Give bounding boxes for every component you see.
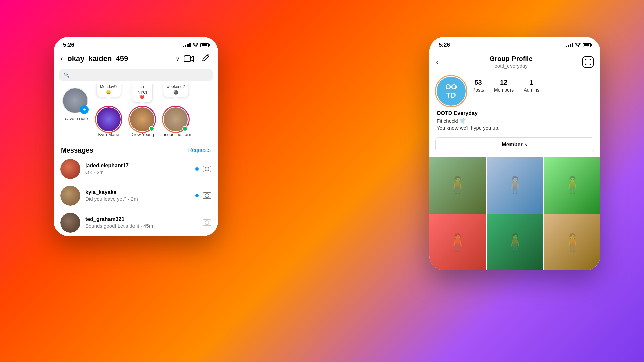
camera-button-kyia[interactable] <box>203 192 211 199</box>
story-ring-inner-kyra <box>96 107 121 132</box>
photo-person-4: 🧍 <box>429 214 486 271</box>
message-item-jaded[interactable]: jaded.elephant17 OK · 2m <box>54 156 218 182</box>
preview-jaded: OK · 2m <box>85 169 191 175</box>
msg-actions-kyia <box>195 192 211 199</box>
battery-icon <box>200 43 209 47</box>
add-to-group-button[interactable] <box>582 56 594 68</box>
right-phone: 5:26 ‹ Group Profile ootd_everyday <box>429 37 600 270</box>
jacq-avatar-wrap <box>163 107 189 132</box>
msg-actions-ted <box>203 219 211 226</box>
group-back-button[interactable]: ‹ <box>436 58 438 66</box>
group-title-wrap: Group Profile ootd_everyday <box>440 55 582 69</box>
left-phone: 5:26 ‹ okay_kaiden_459 ∨ <box>54 37 218 236</box>
photo-cell-5[interactable]: 🧍 <box>487 214 543 271</box>
story-kyra[interactable]: Why is tomorrow Monday!? 😩 Kyra Marie <box>92 88 125 137</box>
online-indicator-jacq <box>182 126 188 131</box>
members-label: Members <box>494 87 514 93</box>
message-item-kyia[interactable]: kyia_kayaks Did you leave yet? · 2m <box>54 182 218 209</box>
story-row: + Leave a note Why is tomorrow Monday!? … <box>54 84 218 143</box>
chat-header: ‹ okay_kaiden_459 ∨ <box>54 50 218 69</box>
admins-count: 1 <box>524 79 539 86</box>
stats-grid: 53 Posts 12 Members 1 Admins <box>472 79 539 93</box>
photo-person-1: 🧍 <box>429 157 486 214</box>
username-jaded: jaded.elephant17 <box>85 163 191 169</box>
photo-cell-2[interactable]: 🧍 <box>487 157 543 214</box>
edit-button[interactable] <box>200 53 211 64</box>
status-bar-right: 5:26 <box>429 37 600 50</box>
group-stats: OOTD 53 Posts 12 Members 1 Admins <box>429 72 600 109</box>
photo-person-5: 🧍 <box>487 214 543 271</box>
story-ring-kyra <box>95 106 122 133</box>
story-leave-note[interactable]: + Leave a note <box>58 88 92 121</box>
signal-icon <box>183 43 191 47</box>
kyra-avatar-img <box>97 107 121 131</box>
photo-person-3: 🧍 <box>544 157 600 214</box>
photo-person-6: 🧍 <box>544 214 600 271</box>
search-bar[interactable]: 🔍 <box>59 69 213 81</box>
member-label: Member <box>502 142 522 148</box>
camera-button-ted[interactable] <box>203 219 211 226</box>
messages-section: Messages Requests jaded.elephant17 OK · … <box>54 143 218 236</box>
kyra-avatar-wrap <box>96 107 121 132</box>
group-header: ‹ Group Profile ootd_everyday <box>429 50 600 72</box>
wifi-icon <box>193 43 198 47</box>
time-right: 5:26 <box>439 42 450 48</box>
message-item-ted[interactable]: ted_graham321 Sounds good! Let's do it ·… <box>54 209 218 236</box>
svg-rect-0 <box>184 56 191 62</box>
stat-posts: 53 Posts <box>472 79 484 93</box>
stat-admins: 1 Admins <box>524 79 539 93</box>
requests-link[interactable]: Requests <box>188 147 211 153</box>
back-button[interactable]: ‹ <box>60 54 63 63</box>
posts-count: 53 <box>472 79 484 86</box>
unread-indicator-kyia <box>195 194 199 197</box>
photo-cell-6[interactable]: 🧍 <box>544 214 600 271</box>
group-bio: OOTD Everyday Fit check! 👕You know we'll… <box>429 109 600 135</box>
username-ted: ted_graham321 <box>85 216 198 222</box>
admins-label: Admins <box>524 87 539 93</box>
photo-cell-1[interactable]: 🧍 <box>429 157 486 214</box>
search-icon: 🔍 <box>64 72 69 78</box>
group-profile-title: Group Profile <box>440 55 582 63</box>
chevron-icon[interactable]: ∨ <box>176 56 180 62</box>
chevron-down-icon: ∨ <box>525 142 528 147</box>
note-bubble-drew: Finally landing in NYC! ❤️ <box>132 84 153 103</box>
status-icons-left <box>183 43 209 47</box>
members-count: 12 <box>494 79 514 86</box>
messages-title: Messages <box>61 146 93 154</box>
photo-cell-3[interactable]: 🧍 <box>544 157 600 214</box>
msg-info-jaded: jaded.elephant17 OK · 2m <box>85 163 191 175</box>
online-indicator-drew <box>149 126 154 131</box>
member-button[interactable]: Member ∨ <box>435 137 594 152</box>
signal-icon-right <box>566 43 573 47</box>
avatar-kyia <box>60 186 80 206</box>
msg-info-ted: ted_graham321 Sounds good! Let's do it ·… <box>85 216 198 229</box>
story-jacq[interactable]: Game night this weekend? 🎱 Jacqueline La… <box>159 88 193 137</box>
status-icons-right <box>566 43 591 47</box>
note-bubble-jacq: Game night this weekend? 🎱 <box>163 84 189 97</box>
story-drew[interactable]: Finally landing in NYC! ❤️ Drew Young <box>125 88 159 137</box>
posts-label: Posts <box>472 87 484 93</box>
photo-person-2: 🧍 <box>487 157 543 214</box>
camera-button-jaded[interactable] <box>203 166 211 172</box>
stat-members: 12 Members <box>494 79 514 93</box>
status-bar-left: 5:26 <box>54 37 218 50</box>
username-kyia: kyia_kayaks <box>85 189 191 195</box>
time-left: 5:26 <box>63 42 74 48</box>
leave-note-avatar: + <box>62 88 88 113</box>
story-name-note: Leave a note <box>62 116 88 121</box>
wifi-icon-right <box>575 43 581 47</box>
video-call-button[interactable] <box>183 53 195 64</box>
drew-avatar-wrap <box>129 107 155 132</box>
photo-cell-4[interactable]: 🧍 <box>429 214 486 271</box>
avatar-jaded <box>60 159 80 179</box>
group-handle: ootd_everyday <box>440 63 582 69</box>
group-description: Fit check! 👕You know we'll hype you up. <box>437 117 593 131</box>
preview-kyia: Did you leave yet? · 2m <box>85 196 191 202</box>
photo-grid: 🧍 🧍 🧍 🧍 🧍 🧍 <box>429 157 600 270</box>
avatar-ted <box>60 213 80 233</box>
msg-info-kyia: kyia_kayaks Did you leave yet? · 2m <box>85 189 191 202</box>
messages-header: Messages Requests <box>54 143 218 156</box>
add-note-button[interactable]: + <box>80 105 89 114</box>
battery-icon-right <box>583 43 591 47</box>
chat-username[interactable]: okay_kaiden_459 <box>67 54 174 63</box>
